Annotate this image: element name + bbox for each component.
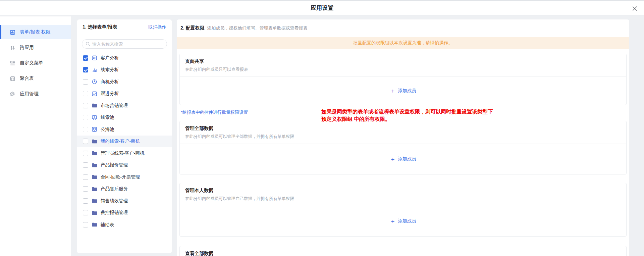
permission-group-card: 页面共享 在此分组内的成员只可以查看报表 ＋ 添加成员 bbox=[179, 54, 627, 105]
contact-card-icon bbox=[92, 126, 97, 132]
form-list-item[interactable]: 跟进分析 bbox=[77, 88, 172, 100]
form-list-item[interactable]: 公海池 bbox=[77, 123, 172, 136]
contact-card-icon bbox=[92, 55, 97, 61]
sidebar-item-0[interactable]: 表单/报表 权限 bbox=[0, 25, 71, 39]
group-title: 页面共享 bbox=[185, 58, 621, 64]
sidebar-item-3[interactable]: 聚合表 bbox=[0, 71, 71, 86]
close-icon[interactable] bbox=[631, 5, 638, 12]
form-list-item[interactable]: 客户分析 bbox=[77, 52, 172, 64]
group-title: 管理全部数据 bbox=[185, 125, 621, 132]
form-list-item[interactable]: 线索池 bbox=[77, 112, 172, 124]
title-bar: 应用设置 bbox=[0, 0, 644, 15]
folder-icon bbox=[92, 222, 97, 227]
member-area: ＋ 添加成员 bbox=[180, 144, 626, 174]
clock-icon bbox=[92, 79, 97, 85]
form-list-item[interactable]: 管理员线索-客户-商机 bbox=[77, 147, 172, 159]
item-checkbox[interactable] bbox=[83, 127, 88, 132]
permission-groups: 页面共享 在此分组内的成员只可以查看报表 ＋ 添加成员 *给报表中的控件进行批量… bbox=[177, 49, 629, 256]
folder-icon bbox=[92, 162, 97, 168]
warning-banner: 批量配置的权限组以本次设置为准，请谨慎操作。 bbox=[177, 37, 629, 49]
form-list-item[interactable]: 商机分析 bbox=[77, 76, 172, 88]
form-list-item[interactable]: 市场营销管理 bbox=[77, 100, 172, 112]
folder-icon bbox=[92, 198, 97, 204]
item-checkbox[interactable] bbox=[83, 115, 88, 120]
item-checkbox[interactable] bbox=[83, 91, 88, 96]
folder-icon bbox=[92, 150, 97, 156]
permission-group-card: 管理全部数据 在此分组内的成员可以管理全部数据，并拥有所有菜单权限 ＋ 添加成员 bbox=[179, 121, 627, 174]
group-description: 在此分组内的成员只可以查看报表 bbox=[185, 67, 621, 72]
folder-icon bbox=[92, 186, 97, 192]
form-list-item[interactable]: 线索分析 bbox=[77, 64, 172, 76]
cross-app-icon bbox=[10, 45, 15, 51]
item-checkbox[interactable] bbox=[83, 162, 88, 168]
form-list-item[interactable]: 合同-回款-开票管理 bbox=[77, 171, 172, 183]
form-list-item[interactable]: 我的线索-客户-商机 bbox=[77, 136, 172, 148]
item-checkbox[interactable] bbox=[83, 55, 88, 61]
item-checkbox[interactable] bbox=[83, 151, 88, 156]
bar-chart-icon bbox=[92, 67, 97, 73]
cancel-action-link[interactable]: 取消操作 bbox=[148, 24, 166, 30]
item-checkbox[interactable] bbox=[83, 139, 88, 144]
group-title: 查看全部数据 bbox=[185, 251, 621, 256]
search-box[interactable] bbox=[82, 39, 167, 49]
folder-icon bbox=[92, 103, 97, 108]
permission-panel-title: 2. 配置权限 bbox=[180, 25, 205, 31]
group-description: 在此分组内的成员可以管理自己数据，并拥有所有菜单权限 bbox=[185, 196, 621, 202]
gear-icon bbox=[10, 91, 15, 97]
plus-icon: ＋ bbox=[390, 218, 396, 224]
folder-icon bbox=[92, 174, 97, 180]
member-area: ＋ 添加成员 bbox=[180, 206, 626, 236]
form-list-item[interactable]: 产品报价管理 bbox=[77, 159, 172, 171]
page-title: 应用设置 bbox=[0, 1, 644, 16]
add-member-button[interactable]: ＋ 添加成员 bbox=[390, 88, 416, 94]
search-input[interactable] bbox=[92, 42, 163, 47]
permission-group-card: 查看全部数据 ＋ 添加成员 bbox=[179, 246, 627, 256]
permission-panel-subtitle: 添加成员，授权他们填写、管理表单数据或查看报表 bbox=[207, 25, 308, 31]
sidebar-item-2[interactable]: 自定义菜单 bbox=[0, 56, 71, 70]
custom-menu-icon bbox=[10, 60, 15, 66]
form-list: 客户分析 线索分析 商机分析 跟进分析 市场营销管理 线索池 公海池 我的线索-… bbox=[77, 51, 172, 231]
item-checkbox[interactable] bbox=[83, 222, 88, 227]
sidebar-item-4[interactable]: 应用管理 bbox=[0, 87, 71, 101]
form-report-icon bbox=[10, 30, 15, 35]
form-list-item[interactable]: 销售绩效管理 bbox=[77, 195, 172, 207]
form-panel-title: 1. 选择表单/报表 bbox=[83, 24, 117, 30]
form-list-item[interactable]: 产品售后服务 bbox=[77, 183, 172, 195]
sidebar: 表单/报表 权限 跨应用 自定义菜单 聚合表 应用管理 bbox=[0, 16, 71, 256]
item-checkbox[interactable] bbox=[83, 67, 88, 72]
warning-text: 批量配置的权限组以本次设置为准，请谨慎操作。 bbox=[353, 40, 453, 46]
folder-icon bbox=[92, 210, 97, 216]
board-icon bbox=[92, 115, 97, 120]
folder-icon bbox=[92, 139, 97, 144]
item-checkbox[interactable] bbox=[83, 210, 88, 215]
permission-panel: 2. 配置权限 添加成员，授权他们填写、管理表单数据或查看报表 批量配置的权限组… bbox=[177, 19, 629, 256]
add-member-button[interactable]: ＋ 添加成员 bbox=[390, 156, 416, 162]
permission-panel-header: 2. 配置权限 添加成员，授权他们填写、管理表单数据或查看报表 bbox=[177, 19, 629, 37]
item-checkbox[interactable] bbox=[83, 174, 88, 180]
item-checkbox[interactable] bbox=[83, 198, 88, 204]
batch-control-permission-link[interactable]: *给报表中的控件进行批量权限设置 bbox=[181, 109, 627, 115]
aggregate-table-icon bbox=[10, 76, 15, 82]
form-panel-header: 1. 选择表单/报表 取消操作 bbox=[77, 19, 172, 35]
form-select-panel: 1. 选择表单/报表 取消操作 客户分析 线索分析 商机分析 跟进分析 市场营销… bbox=[77, 19, 172, 253]
item-checkbox[interactable] bbox=[83, 79, 88, 85]
item-checkbox[interactable] bbox=[83, 103, 88, 108]
permission-group-card: 管理本人数据 在此分组内的成员可以管理自己数据，并拥有所有菜单权限 ＋ 添加成员 bbox=[179, 183, 627, 237]
member-area: ＋ 添加成员 bbox=[180, 77, 626, 105]
search-icon bbox=[86, 42, 90, 46]
plus-icon: ＋ bbox=[390, 88, 396, 94]
form-list-item[interactable]: 辅助表 bbox=[77, 219, 172, 231]
group-title: 管理本人数据 bbox=[185, 188, 621, 194]
form-list-item[interactable]: 费控报销管理 bbox=[77, 207, 172, 219]
sidebar-item-1[interactable]: 跨应用 bbox=[0, 41, 71, 55]
item-checkbox[interactable] bbox=[83, 186, 88, 192]
add-member-button[interactable]: ＋ 添加成员 bbox=[390, 218, 416, 224]
line-chart-icon bbox=[92, 91, 97, 97]
plus-icon: ＋ bbox=[390, 156, 396, 162]
group-description: 在此分组内的成员可以管理全部数据，并拥有所有菜单权限 bbox=[185, 134, 621, 140]
